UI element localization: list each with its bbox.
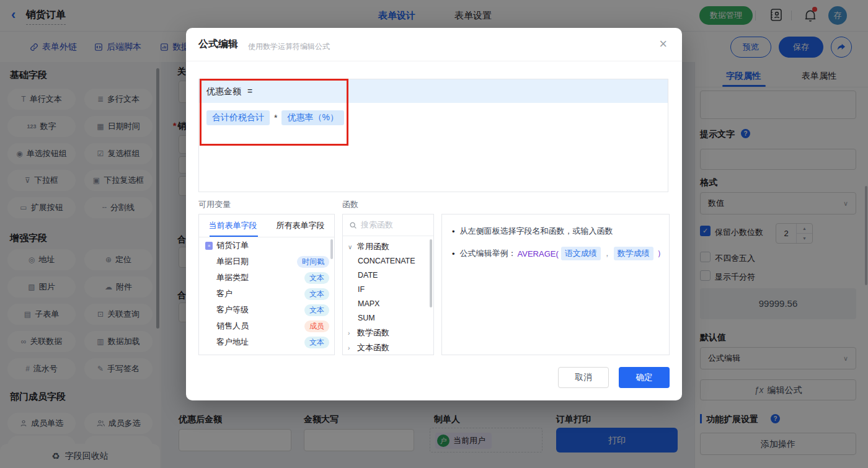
variable-name: 客户等级 [216,304,249,316]
variable-name: 客户 [216,288,232,299]
variable-row[interactable]: 销售人员成员 [199,318,334,334]
modal-title: 公式编辑 [198,38,238,51]
bullet-icon: • [452,249,455,258]
type-badge: 文本 [304,288,329,300]
variable-row[interactable]: 单据类型文本 [199,270,334,286]
group-label: 文本函数 [357,342,389,353]
group-label: 常用函数 [357,241,389,252]
functions-panel: 搜索函数 ∨常用函数 CONCATENATE DATE IF MAPX SUM … [342,214,434,355]
example-token-2: 数学成绩 [614,247,653,260]
help-line-2: • 公式编辑举例： AVERAGE( 语文成绩 ， 数学成绩 ） [452,247,659,260]
example-token-1: 语文成绩 [561,247,601,260]
type-badge: 文本 [304,304,329,316]
variables-panel-label: 可用变量 [198,199,231,210]
comma: ， [603,248,611,259]
variable-row[interactable]: 客户等级文本 [199,302,334,318]
function-item-if[interactable]: IF [343,283,433,297]
chevron-closed-icon: › [348,330,354,337]
help-line-1: • 从左侧面板选择字段名和函数，或输入函数 [452,226,659,237]
function-item-date[interactable]: DATE [343,268,433,283]
chevron-open-icon: ∨ [348,244,354,250]
functions-scrollbar[interactable] [430,239,432,307]
tree-root-label: 销货订单 [216,240,249,251]
variables-panel: 当前表单字段 所有表单字段 ≡ 销货订单 单据日期时间戳 单据类型文本 客户文本… [198,214,335,355]
active-tab-underline [210,236,258,237]
type-badge: 时间戳 [297,256,329,268]
variables-scrollbar[interactable] [330,239,333,259]
field-token-left[interactable]: 合计价税合计 [206,110,270,125]
formula-expression: 合计价税合计 * 优惠率（%） [206,110,344,125]
average-function-text: AVERAGE( [518,249,559,258]
type-badge: 文本 [304,337,329,348]
formula-input-area[interactable]: 优惠金额 = 合计价税合计 * 优惠率（%） [198,79,668,192]
variable-name: 客户地址 [216,337,249,348]
search-icon [349,221,357,229]
help-panel: • 从左侧面板选择字段名和函数，或输入函数 • 公式编辑举例： AVERAGE(… [441,214,670,355]
equals-sign: = [247,86,252,96]
formula-target-row: 优惠金额 = [199,79,668,103]
group-label: 数学函数 [357,327,389,338]
tree-root-row[interactable]: ≡ 销货订单 [199,237,334,254]
formula-target: 优惠金额 [206,86,241,96]
variable-row[interactable]: 客户地址文本 [199,334,334,350]
modal-subtitle: 使用数学运算符编辑公式 [248,42,330,52]
close-icon[interactable]: × [659,37,667,51]
multiply-operator: * [274,113,277,123]
formula-editor-modal: 公式编辑 使用数学运算符编辑公式 × 优惠金额 = 合计价税合计 * 优惠率（%… [186,28,682,400]
variable-name: 销售人员 [216,320,249,332]
type-badge: 文本 [304,272,329,284]
function-item-concatenate[interactable]: CONCATENATE [343,254,433,268]
function-group-math[interactable]: ›数学函数 [343,325,433,340]
bullet-icon: • [452,227,455,236]
function-search-input[interactable]: 搜索函数 [343,214,433,236]
closing-paren: ） [657,248,665,259]
tab-all-form-fields[interactable]: 所有表单字段 [267,214,334,237]
field-token-right[interactable]: 优惠率（%） [281,110,343,125]
variables-tabs: 当前表单字段 所有表单字段 [199,214,334,237]
divider [186,61,682,61]
function-group-common[interactable]: ∨常用函数 [343,239,433,254]
variable-row[interactable]: 单据日期时间戳 [199,254,334,270]
search-placeholder: 搜索函数 [361,219,393,231]
variable-name: 单据日期 [216,256,249,267]
help-example-prefix: 公式编辑举例： [460,248,516,259]
function-group-text[interactable]: ›文本函数 [343,340,433,355]
function-item-sum[interactable]: SUM [343,311,433,325]
variable-name: 单据类型 [216,272,249,283]
form-doc-icon: ≡ [205,242,213,250]
tab-current-form-fields[interactable]: 当前表单字段 [199,214,267,237]
variable-row[interactable]: 客户文本 [199,286,334,302]
function-item-mapx[interactable]: MAPX [343,297,433,311]
type-badge: 成员 [304,320,329,332]
functions-panel-label: 函数 [342,199,358,210]
cancel-button[interactable]: 取消 [558,367,609,388]
help-text: 从左侧面板选择字段名和函数，或输入函数 [460,226,613,237]
chevron-closed-icon: › [348,345,354,351]
confirm-button[interactable]: 确定 [619,367,670,388]
